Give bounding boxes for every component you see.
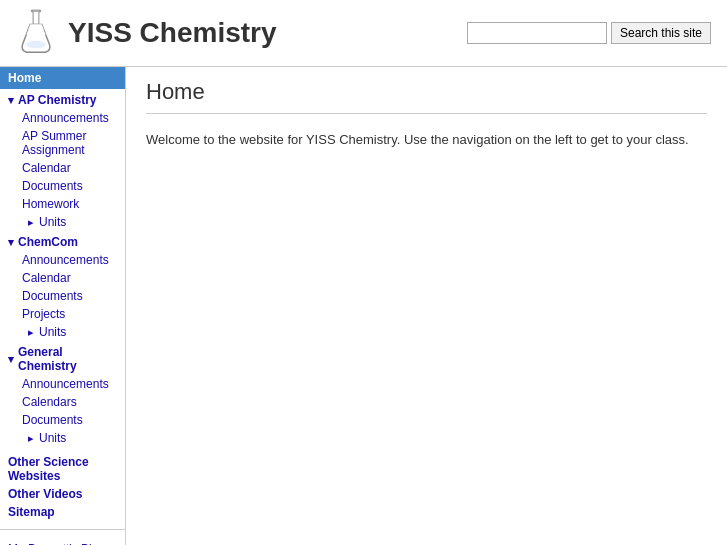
chem-units-label: Units — [39, 325, 66, 339]
ap-units-label: Units — [39, 215, 66, 229]
sidebar-item-other-science[interactable]: Other Science Websites — [0, 453, 125, 485]
sidebar-item-chem-calendar[interactable]: Calendar — [0, 269, 125, 287]
sidebar-item-ap-calendar[interactable]: Calendar — [0, 159, 125, 177]
sidebar-item-home[interactable]: Home — [0, 67, 125, 89]
search-button[interactable]: Search this site — [611, 22, 711, 44]
sidebar-item-chem-documents[interactable]: Documents — [0, 287, 125, 305]
search-input[interactable] — [467, 22, 607, 44]
general-chemistry-label: General Chemistry — [18, 345, 117, 373]
main-body-text: Welcome to the website for YISS Chemistr… — [146, 130, 707, 151]
sidebar-item-ap-units[interactable]: Units — [0, 213, 125, 231]
gen-units-arrow — [28, 431, 36, 445]
sidebar-item-ap-documents[interactable]: Documents — [0, 177, 125, 195]
ap-chemistry-label: AP Chemistry — [18, 93, 96, 107]
layout: Home AP Chemistry Announcements AP Summe… — [0, 67, 727, 545]
main-content: Home Welcome to the website for YISS Che… — [126, 67, 727, 545]
page-title: Home — [146, 79, 707, 114]
sidebar-section-ap-chemistry[interactable]: AP Chemistry — [0, 89, 125, 109]
sidebar-item-ap-announcements[interactable]: Announcements — [0, 109, 125, 127]
sidebar-item-gen-documents[interactable]: Documents — [0, 411, 125, 429]
sidebar-item-gen-calendars[interactable]: Calendars — [0, 393, 125, 411]
site-title: YISS Chemistry — [68, 17, 277, 49]
gen-units-label: Units — [39, 431, 66, 445]
chemcom-label: ChemCom — [18, 235, 78, 249]
search-area: Search this site — [467, 22, 711, 44]
sidebar-item-other-videos[interactable]: Other Videos — [0, 485, 125, 503]
ap-units-arrow — [28, 215, 36, 229]
sidebar-section-chemcom[interactable]: ChemCom — [0, 231, 125, 251]
sidebar-item-chem-projects[interactable]: Projects — [0, 305, 125, 323]
sidebar-item-ap-summer-assignment[interactable]: AP Summer Assignment — [0, 127, 125, 159]
sidebar-link-blog[interactable]: Mr. Bennett's Blog — [0, 538, 125, 545]
svg-rect-3 — [32, 10, 40, 12]
header: YISS Chemistry Search this site — [0, 0, 727, 67]
sidebar-item-chem-announcements[interactable]: Announcements — [0, 251, 125, 269]
header-left: YISS Chemistry — [16, 8, 277, 58]
sidebar: Home AP Chemistry Announcements AP Summe… — [0, 67, 126, 545]
sidebar-item-ap-homework[interactable]: Homework — [0, 195, 125, 213]
sidebar-item-gen-announcements[interactable]: Announcements — [0, 375, 125, 393]
chem-units-arrow — [28, 325, 36, 339]
sidebar-item-gen-units[interactable]: Units — [0, 429, 125, 447]
svg-rect-1 — [33, 11, 39, 24]
sidebar-item-chem-units[interactable]: Units — [0, 323, 125, 341]
sidebar-section-general-chemistry[interactable]: General Chemistry — [0, 341, 125, 375]
sidebar-item-sitemap[interactable]: Sitemap — [0, 503, 125, 521]
flask-icon — [16, 8, 56, 58]
svg-point-2 — [26, 41, 45, 49]
sidebar-bottom-links: Mr. Bennett's Blog Email Mr. Bennett — [0, 529, 125, 545]
